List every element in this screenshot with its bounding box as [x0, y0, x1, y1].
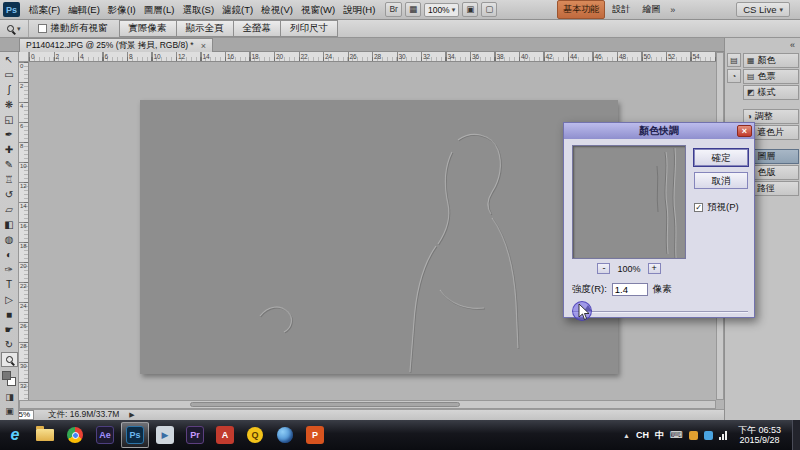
eraser-tool[interactable]: ▱ — [0, 202, 18, 217]
ime-indicator[interactable]: 中 — [655, 429, 664, 442]
tray-app-icon[interactable] — [704, 431, 713, 440]
filter-preview-thumbnail[interactable] — [572, 145, 686, 259]
document-image[interactable] — [140, 100, 618, 374]
bridge-icon[interactable]: Br — [385, 2, 402, 17]
tools-panel-bottom: ◨ ▣ — [0, 352, 19, 418]
zoom-out-button[interactable]: - — [597, 263, 610, 274]
ruler-number: 12 — [178, 52, 203, 61]
view-extras-icon[interactable]: ▦ — [405, 2, 421, 17]
taskbar-qq-icon[interactable]: Q — [241, 422, 269, 448]
slider-thumb[interactable] — [584, 305, 592, 311]
fill-screen-button[interactable]: 全螢幕 — [233, 20, 282, 37]
history-brush-tool[interactable]: ↺ — [0, 187, 18, 202]
close-icon[interactable]: × — [201, 41, 206, 51]
healing-brush-tool[interactable]: ✚ — [0, 142, 18, 157]
blur-tool[interactable]: ◍ — [0, 232, 18, 247]
screen-mode-icon[interactable]: ▢ — [481, 2, 497, 17]
lasso-tool[interactable]: ʃ — [0, 82, 18, 97]
slider-track[interactable] — [572, 311, 748, 313]
radius-input[interactable] — [612, 283, 648, 296]
ruler-number: 8 — [129, 52, 154, 61]
zoom-level-dropdown[interactable]: 100% ▾ — [424, 3, 459, 17]
taskbar-after-effects-icon[interactable]: Ae — [91, 422, 119, 448]
arrange-documents-icon[interactable]: ▣ — [462, 2, 478, 17]
foreground-color-swatch[interactable] — [2, 371, 11, 380]
gradient-tool[interactable]: ◧ — [0, 217, 18, 232]
quick-mask-button[interactable]: ◨ — [0, 390, 19, 404]
dialog-title-bar[interactable]: 顏色快調 × — [564, 123, 754, 139]
globe-icon — [277, 427, 293, 443]
menu-image[interactable]: 影像(I) — [104, 0, 140, 19]
photoshop-logo-icon[interactable]: Ps — [3, 2, 20, 17]
tray-app-icon[interactable] — [689, 431, 698, 440]
keyboard-icon[interactable]: ⌨ — [670, 430, 683, 440]
path-selection-tool[interactable]: ▷ — [0, 292, 18, 307]
ok-button[interactable]: 確定 — [694, 149, 748, 166]
marquee-tool[interactable]: ▭ — [0, 67, 18, 82]
show-desktop-button[interactable] — [792, 420, 800, 450]
preview-checkbox[interactable]: ✓ 預視(P) — [694, 201, 739, 214]
hand-tool[interactable]: ☛ — [0, 322, 18, 337]
menu-layer[interactable]: 圖層(L) — [140, 0, 179, 19]
menu-help[interactable]: 說明(H) — [339, 0, 379, 19]
dialog-close-button[interactable]: × — [737, 125, 752, 137]
document-tab[interactable]: P1140412.JPG @ 25% (背景 拷貝, RGB/8) * × — [19, 38, 213, 52]
rotate-view-tool[interactable]: ↻ — [0, 337, 18, 352]
pen-tool[interactable]: ✑ — [0, 262, 18, 277]
collapsed-panel-icon-1[interactable]: ▤ — [727, 53, 741, 67]
menu-file[interactable]: 檔案(F) — [25, 0, 64, 19]
taskbar-file-explorer-icon[interactable] — [31, 422, 59, 448]
collapse-panels-button[interactable]: « — [725, 38, 800, 53]
panel-button-swatches[interactable]: ▤ 色票 — [743, 69, 799, 84]
workspace-essentials-button[interactable]: 基本功能 — [557, 0, 605, 19]
status-expand-arrow[interactable]: ▶ — [129, 411, 134, 419]
move-tool[interactable]: ↖ — [0, 52, 18, 67]
clone-stamp-tool[interactable]: ♖ — [0, 172, 18, 187]
collapsed-panel-icon-2[interactable]: ◔ — [727, 69, 741, 83]
taskbar-acrobat-icon[interactable]: A — [211, 422, 239, 448]
panel-button-color[interactable]: ▦ 顏色 — [743, 53, 799, 68]
taskbar-web-browser-icon[interactable] — [271, 422, 299, 448]
color-swatches[interactable] — [0, 370, 19, 390]
horizontal-scrollbar-thumb[interactable] — [190, 402, 460, 407]
menu-edit[interactable]: 編輯(E) — [64, 0, 104, 19]
current-tool-badge[interactable]: ▾ — [0, 20, 29, 37]
radius-slider[interactable] — [572, 305, 748, 315]
language-indicator[interactable]: CH — [636, 430, 649, 440]
taskbar-powerpoint-icon[interactable]: P — [301, 422, 329, 448]
workspace-design-button[interactable]: 設計 — [607, 1, 635, 18]
menu-select[interactable]: 選取(S) — [178, 0, 218, 19]
taskbar-premiere-icon[interactable]: Pr — [181, 422, 209, 448]
dodge-tool[interactable]: ◐ — [0, 247, 18, 262]
taskbar-clock[interactable]: 下午 06:53 2015/9/28 — [733, 425, 786, 445]
cs-live-button[interactable]: CS Live ▾ — [736, 2, 790, 17]
workspace-overflow-button[interactable]: » — [667, 5, 678, 15]
taskbar-photoshop-icon[interactable]: Ps — [121, 422, 149, 448]
fit-screen-button[interactable]: 顯示全頁 — [176, 20, 234, 37]
actual-pixels-button[interactable]: 實際像素 — [119, 20, 177, 37]
menu-view[interactable]: 檢視(V) — [257, 0, 297, 19]
menu-window[interactable]: 視窗(W) — [297, 0, 339, 19]
shape-tool[interactable]: ■ — [0, 307, 18, 322]
zoom-tool-selected[interactable] — [1, 352, 18, 367]
quick-selection-tool[interactable]: ❋ — [0, 97, 18, 112]
screen-mode-button[interactable]: ▣ — [0, 404, 19, 418]
zoom-in-button[interactable]: + — [648, 263, 661, 274]
print-size-button[interactable]: 列印尺寸 — [280, 20, 338, 37]
workspace-painting-button[interactable]: 繪圖 — [637, 1, 665, 18]
panel-button-styles[interactable]: ◩ 樣式 — [743, 85, 799, 100]
menu-filter[interactable]: 濾鏡(T) — [218, 0, 257, 19]
crop-tool[interactable]: ◱ — [0, 112, 18, 127]
cancel-button[interactable]: 取消 — [694, 172, 748, 189]
horizontal-scrollbar[interactable] — [19, 400, 716, 409]
taskbar-internet-explorer-icon[interactable]: e — [1, 422, 29, 448]
brush-tool[interactable]: ✎ — [0, 157, 18, 172]
scroll-all-windows-checkbox[interactable]: 捲動所有視窗 — [38, 22, 108, 35]
ruler-number: 36 — [472, 52, 497, 61]
taskbar-media-player-icon[interactable]: ▶ — [151, 422, 179, 448]
hidden-icons-chevron[interactable]: ▲ — [623, 432, 630, 439]
type-tool[interactable]: T — [0, 277, 18, 292]
eyedropper-tool[interactable]: ✒ — [0, 127, 18, 142]
taskbar-chrome-icon[interactable] — [61, 422, 89, 448]
network-icon[interactable] — [719, 431, 727, 440]
